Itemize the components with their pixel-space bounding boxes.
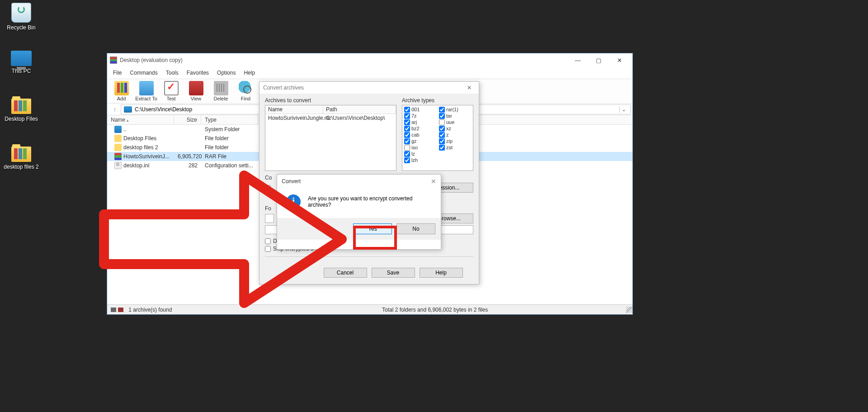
type-checkbox-7z[interactable]: 7z [404,113,436,119]
dialog-title: Convert archives [263,85,304,91]
icon-label: desktop fIles 2 [4,164,39,170]
folder-label: Fo [265,205,271,212]
winrar-app-icon [110,57,117,64]
dialog-close-button[interactable]: ✕ [463,85,475,91]
save-button[interactable]: Save [372,268,415,278]
conv-checkbox[interactable] [265,185,271,191]
confirm-title: Convert [282,178,301,185]
extract-icon [139,81,154,95]
type-checkbox-rar(1)[interactable]: rar(1) [439,106,471,113]
type-checkbox-z[interactable]: z [439,132,471,138]
folder-field-fragment[interactable] [265,214,274,223]
close-button[interactable]: ✕ [609,53,630,67]
col-name[interactable]: Name [107,115,174,124]
test-icon [164,81,179,95]
archives-list[interactable]: Name Path HowtoSuriviveinJungle.rar C:\U… [265,105,396,171]
type-checkbox-zst[interactable]: zst [439,144,471,151]
confirm-close-button[interactable]: ✕ [431,178,436,185]
conversion-label: Co [265,175,272,181]
dialog-titlebar[interactable]: Convert archives ✕ [259,82,479,94]
tool-find[interactable]: Find [233,80,258,102]
type-checkbox-zip[interactable]: zip [439,138,471,144]
type-checkbox-bz2[interactable]: bz2 [404,125,436,132]
type-checkbox-uue[interactable]: uue [439,119,471,125]
cancel-button[interactable]: Cancel [324,268,367,278]
view-icon [189,81,203,95]
tool-delete[interactable]: Delete [208,80,233,102]
drive-icon [124,106,132,113]
this-pc-icon [11,51,32,66]
menu-help[interactable]: Help [240,68,259,77]
col-size[interactable]: Size [174,115,201,124]
path-dropdown[interactable]: ⌄ [619,106,627,113]
menu-tools[interactable]: Tools [162,68,183,77]
dialog-footer: Cancel Save Help [259,265,479,283]
desktop-icon-thispc[interactable]: This PC [4,51,39,74]
icon-label: Desktop FIles [4,116,39,122]
tool-test[interactable]: Test [159,80,184,102]
up-button[interactable]: ↑ [109,106,121,113]
type-checkbox-001[interactable]: 001 [404,106,436,113]
menubar: File Commands Tools Favorites Options He… [107,67,632,79]
col-type[interactable]: Type [201,115,258,124]
maximize-button[interactable]: ▢ [588,53,609,67]
status-right: Total 2 folders and 6,906,002 bytes in 2… [378,307,626,313]
titlebar[interactable]: Desktop (evaluation copy) — ▢ ✕ [107,53,632,67]
type-checkbox-[interactable] [439,157,471,163]
tool-extract[interactable]: Extract To [134,80,159,102]
desktop-icon-folder2[interactable]: desktop fIles 2 [4,147,39,170]
recycle-bin-icon [11,3,31,23]
resize-grip[interactable] [626,307,632,313]
type-checkbox-lzh[interactable]: lzh [404,157,436,163]
type-checkbox-arj[interactable]: arj [404,119,436,125]
list-col-path[interactable]: Path [323,105,396,114]
yes-button[interactable]: Yes [353,223,392,234]
minimize-button[interactable]: — [567,53,588,67]
window-title: Desktop (evaluation copy) [120,57,183,63]
type-checkbox-tar[interactable]: tar [439,113,471,119]
type-checkbox-lz[interactable]: lz [404,151,436,157]
path-text: C:\Users\Vince\Desktop [135,106,192,113]
desktop-icon-recycle[interactable]: Recycle Bin [4,3,39,31]
confirm-message: Are you sure you want to encrypt convert… [308,195,432,208]
tool-add[interactable]: Add [109,80,134,102]
menu-options[interactable]: Options [213,68,240,77]
info-icon: i [286,194,301,209]
list-col-name[interactable]: Name [265,105,323,114]
tool-view[interactable]: View [184,80,208,102]
types-label: Archive types [402,97,473,104]
type-checkbox-[interactable] [439,151,471,157]
list-row[interactable]: HowtoSuriviveinJungle.rar C:\Users\Vince… [265,114,396,122]
find-icon [239,81,253,95]
key-icon [118,308,123,312]
statusbar: 1 archive(s) found Total 2 folders and 6… [107,304,632,314]
archives-label: Archives to convert [265,97,396,104]
folder-icon [11,147,31,162]
status-left: 1 archive(s) found [128,307,172,313]
confirm-dialog: Convert ✕ i Are you sure you want to enc… [277,174,441,250]
desktop-icon-folder1[interactable]: Desktop FIles [4,99,39,122]
archive-types: 001rar(1)7ztararjuuebz2xzcabzgzzipisozst… [402,105,473,171]
add-icon [114,81,129,95]
disk-icon [111,308,116,312]
icon-label: Recycle Bin [4,24,39,31]
menu-file[interactable]: File [109,68,126,77]
menu-favorites[interactable]: Favorites [183,68,213,77]
confirm-titlebar[interactable]: Convert ✕ [277,175,441,188]
type-checkbox-xz[interactable]: xz [439,125,471,132]
menu-commands[interactable]: Commands [126,68,161,77]
folder-icon [11,99,31,114]
type-checkbox-cab[interactable]: cab [404,132,436,138]
delete-icon [214,81,228,95]
type-checkbox-gz[interactable]: gz [404,138,436,144]
no-button[interactable]: No [396,223,435,234]
type-checkbox-iso[interactable]: iso [404,144,436,151]
help-button[interactable]: Help [420,268,463,278]
